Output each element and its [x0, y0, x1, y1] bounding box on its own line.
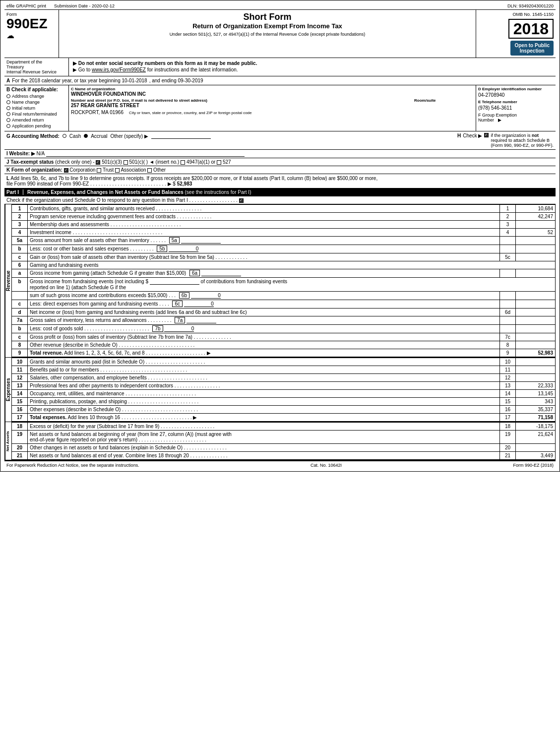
org-address-room: Room/suite [414, 98, 474, 108]
dept-section: Department of theTreasuryInternal Revenu… [4, 58, 556, 76]
revenue-section: Revenue 1 Contributions, gifts, grants, … [4, 204, 556, 358]
row-6-desc: Gaming and fundraising events [28, 261, 556, 269]
row-18-amount: -18,175 [516, 423, 556, 431]
table-row: c Gross profit or (loss) from sales of i… [12, 333, 556, 341]
trust-checkbox[interactable] [97, 168, 101, 173]
table-row: 14 Occupancy, rent, utilities, and maint… [12, 390, 556, 398]
accrual-radio[interactable] [84, 134, 88, 138]
check-section: B Check if applicable: Address change Na… [4, 85, 556, 131]
expenses-side-label: Expenses [4, 358, 11, 422]
form-number: 990EZ [6, 17, 48, 31]
row-20-amount [516, 444, 556, 452]
h-section: H Check ▶ if the organization is notrequ… [457, 133, 554, 148]
row-6b2-num [12, 292, 28, 300]
table-row: a Gross income from gaming (attach Sched… [12, 269, 556, 278]
footer-center: Cat. No. 10642I [311, 463, 342, 468]
row-9-amount: 52,983 [516, 349, 556, 357]
row-11-linenum: 11 [500, 366, 516, 374]
row-4-amount: 52 [516, 229, 556, 237]
org-address: Number and street (or P.O. box, if mail … [71, 98, 474, 108]
row-6-num: 6 [12, 261, 28, 269]
other-field[interactable] [151, 133, 211, 139]
row-6c-desc: Less: direct expenses from gaming and fu… [28, 300, 500, 309]
row-17-num: 17 [12, 414, 28, 422]
form-subtitle: Under section 501(c), 527, or 4947(a)(1)… [63, 32, 472, 37]
c4-checkbox[interactable] [124, 160, 128, 165]
row-21-desc: Net assets or fund balances at end of ye… [28, 452, 500, 460]
table-row: 16 Other expenses (describe in Schedule … [12, 406, 556, 414]
name-change-radio[interactable] [6, 100, 10, 104]
row-5b-linenum [500, 245, 516, 253]
row-5a-num: 5a [12, 237, 28, 245]
row-3-desc: Membership dues and assessments . . . . … [28, 221, 500, 229]
row-7a-num: 7a [12, 316, 28, 325]
section-a-text: For the 2018 calendar year, or tax year … [12, 78, 147, 83]
trust-label: Trust [103, 167, 115, 173]
table-row: 7a Gross sales of inventory, less return… [12, 316, 556, 325]
row-3-linenum: 3 [500, 221, 516, 229]
row-6d-num: d [12, 309, 28, 316]
amended-return-radio[interactable] [6, 118, 10, 122]
table-row: 5a Gross amount from sale of assets othe… [12, 237, 556, 245]
e-label: E Telephone number [478, 100, 554, 104]
amended-return-label: Amended return [12, 118, 44, 123]
website-field[interactable] [46, 151, 245, 157]
other-org-checkbox[interactable] [147, 168, 152, 173]
row-6c-num: c [12, 300, 28, 309]
table-row: 6 Gaming and fundraising events [12, 261, 556, 269]
org-name-label: C Name of organization [71, 87, 474, 91]
row-7a-linenum [500, 316, 516, 325]
a1-checkbox[interactable] [181, 160, 185, 165]
d-label: D Employer identification number [478, 87, 554, 91]
accrual-label: Accrual [91, 133, 107, 139]
address-change-radio[interactable] [6, 94, 10, 98]
footer-right: Form 990-EZ (2018) [513, 463, 554, 468]
row-7a-desc: Gross sales of inventory, less returns a… [28, 316, 500, 325]
room-label: Room/suite [414, 98, 474, 103]
h-checkbox[interactable] [484, 133, 489, 137]
c3-checkbox[interactable] [96, 160, 100, 165]
initial-return-radio[interactable] [6, 106, 10, 110]
initial-return-item: Initial return [6, 106, 66, 111]
c4-label: 501(c)( ) ◄ (insert no.) [129, 159, 181, 165]
row-18-desc: Excess or (deficit) for the year (Subtra… [28, 423, 500, 431]
name-change-item: Name change [6, 100, 66, 105]
row-5b-amount [516, 245, 556, 253]
row-14-num: 14 [12, 390, 28, 398]
dept-left: Department of theTreasuryInternal Revenu… [4, 58, 69, 76]
page-container: efile GRAPHIC print Submission Date - 20… [0, 0, 560, 472]
row-8-num: 8 [12, 341, 28, 349]
row-7b-amount [516, 325, 556, 333]
row-1-desc: Contributions, gifts, grants, and simila… [28, 205, 500, 213]
row-5c-num: c [12, 253, 28, 261]
section-a-label: A [6, 78, 10, 83]
row-10-desc: Grants and similar amounts paid (list in… [28, 358, 500, 366]
final-return-radio[interactable] [6, 112, 10, 116]
row-7c-amount [516, 333, 556, 341]
cash-radio[interactable] [62, 134, 66, 138]
row-12-desc: Salaries, other compensation, and employ… [28, 374, 500, 382]
row-19-linenum: 19 [500, 431, 516, 444]
expenses-content: 10 Grants and similar amounts paid (list… [11, 358, 556, 422]
row-7b-num: b [12, 325, 28, 333]
table-row: 12 Salaries, other compensation, and emp… [12, 374, 556, 382]
footer-left: For Paperwork Reduction Act Notice, see … [6, 463, 139, 468]
row-20-num: 20 [12, 444, 28, 452]
row-16-amount: 35,337 [516, 406, 556, 414]
row-4-linenum: 4 [500, 229, 516, 237]
app-pending-radio[interactable] [6, 124, 10, 128]
row-18-linenum: 18 [500, 423, 516, 431]
g-label: G Accounting Method: [6, 133, 60, 139]
corp-checkbox[interactable] [64, 168, 68, 173]
net-assets-section: Net Assets 18 Excess or (deficit) for th… [4, 422, 556, 460]
row-2-num: 2 [12, 213, 28, 221]
address-change-item: Address change [6, 94, 66, 99]
form-title2: Return of Organization Exempt From Incom… [63, 22, 472, 30]
h-label: H [457, 133, 461, 138]
amended-return-item: Amended return [6, 118, 66, 123]
schedule-o-checkbox[interactable] [239, 198, 244, 203]
dept-line1: ▶ Do not enter social security numbers o… [73, 61, 552, 66]
form-org-section: K Form of organization: Corporation Trus… [4, 166, 556, 174]
s27-checkbox[interactable] [217, 160, 221, 165]
assoc-checkbox[interactable] [115, 168, 120, 173]
